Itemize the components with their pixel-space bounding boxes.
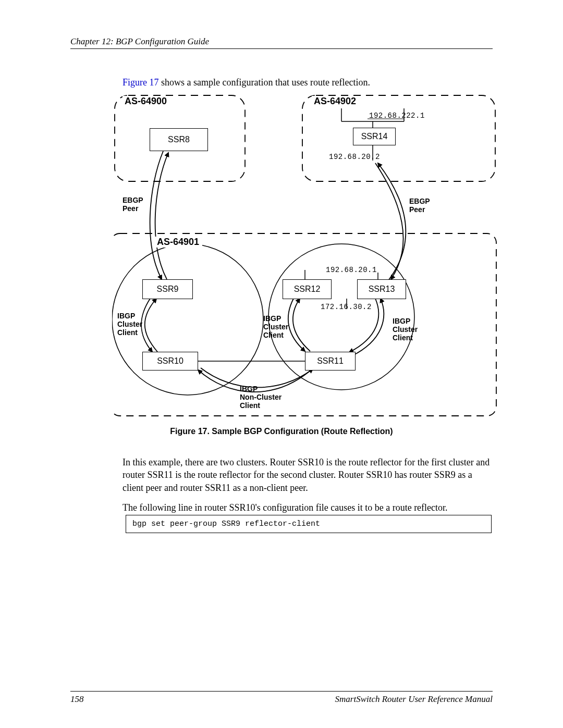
paragraph-1: In this example, there are two clusters.… bbox=[123, 456, 493, 494]
ibgp-cluster-mid-label: IBGP Cluster Client bbox=[263, 314, 288, 339]
chapter-title: Chapter 12: BGP Configuration Guide bbox=[70, 36, 209, 47]
ip-20-2: 192.68.20.2 bbox=[329, 153, 380, 161]
figure-reference-link[interactable]: Figure 17 bbox=[123, 77, 159, 88]
figure-diagram: AS-64900 AS-64902 AS-64901 SSR8 SSR14 SS… bbox=[112, 93, 498, 421]
paragraph-2: The following line in router SSR10's con… bbox=[123, 501, 493, 514]
ssr9-node: SSR9 bbox=[142, 279, 193, 299]
code-block: bgp set peer-group SSR9 reflector-client bbox=[126, 515, 492, 533]
page: Chapter 12: BGP Configuration Guide Figu… bbox=[0, 0, 563, 728]
svg-rect-2 bbox=[112, 233, 496, 416]
figure-caption: Figure 17. Sample BGP Configuration (Rou… bbox=[0, 427, 563, 436]
ip-222-1: 192.68.222.1 bbox=[369, 112, 425, 120]
ibgp-noncluster-label: IBGP Non-Cluster Client bbox=[240, 385, 282, 410]
ssr10-node: SSR10 bbox=[142, 352, 198, 371]
ibgp-cluster-left-label: IBGP Cluster Client bbox=[117, 312, 142, 337]
header-rule bbox=[70, 48, 493, 49]
as-64900-label: AS-64900 bbox=[123, 96, 169, 107]
ssr14-node: SSR14 bbox=[353, 128, 396, 145]
svg-rect-1 bbox=[302, 95, 495, 181]
ebgp-peer-right-label: EBGP Peer bbox=[409, 197, 430, 214]
ip-30-2: 172.16.30.2 bbox=[321, 303, 372, 311]
ssr13-node: SSR13 bbox=[357, 279, 406, 299]
as-64902-label: AS-64902 bbox=[312, 96, 358, 107]
intro-paragraph: Figure 17 shows a sample configuration t… bbox=[123, 77, 370, 88]
ssr11-node: SSR11 bbox=[305, 352, 356, 371]
ip-20-1: 192.68.20.1 bbox=[326, 266, 377, 274]
footer-title: SmartSwitch Router User Reference Manual bbox=[335, 694, 493, 705]
as-64901-label: AS-64901 bbox=[154, 237, 202, 248]
footer-rule bbox=[70, 691, 493, 692]
ssr8-node: SSR8 bbox=[150, 128, 208, 151]
page-number: 158 bbox=[70, 694, 84, 705]
ibgp-cluster-right-label: IBGP Cluster Client bbox=[393, 317, 418, 342]
ssr12-node: SSR12 bbox=[283, 279, 332, 299]
ebgp-peer-left-label: EBGP Peer bbox=[123, 196, 143, 213]
intro-text: shows a sample configuration that uses r… bbox=[159, 77, 370, 88]
